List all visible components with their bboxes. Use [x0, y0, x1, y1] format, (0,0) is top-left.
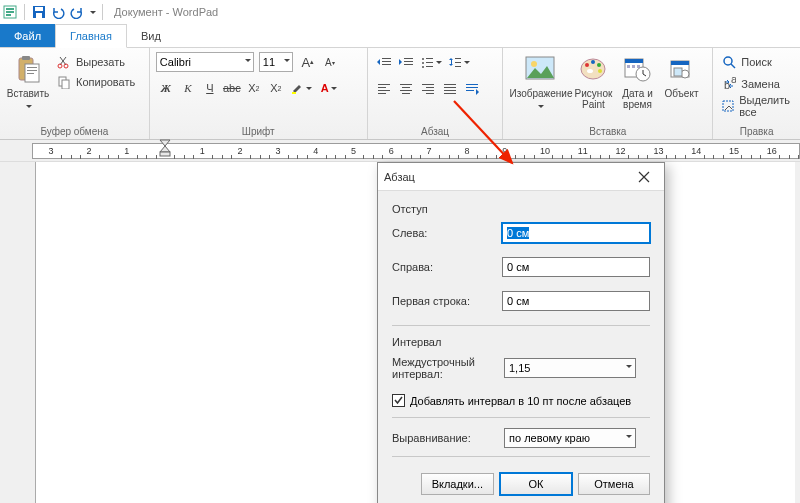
align-justify-button[interactable] — [440, 78, 460, 98]
font-color-button[interactable]: A — [316, 78, 342, 98]
subscript-button[interactable]: X2 — [244, 78, 264, 98]
group-paragraph: Абзац — [368, 48, 504, 139]
tab-view[interactable]: Вид — [127, 24, 175, 47]
svg-rect-3 — [6, 14, 11, 16]
font-name-input[interactable] — [156, 52, 254, 72]
insert-image-button[interactable]: Изображение — [509, 52, 571, 111]
label: Дата и время — [615, 88, 659, 110]
tab-home[interactable]: Главная — [55, 24, 127, 48]
checkbox-icon — [392, 394, 405, 407]
shrink-font-button[interactable]: A▾ — [320, 52, 340, 72]
svg-rect-10 — [27, 67, 37, 68]
chevron-down-icon — [464, 61, 470, 64]
insert-datetime-button[interactable]: Дата и время — [615, 52, 659, 110]
separator — [24, 4, 25, 20]
svg-rect-36 — [378, 90, 390, 91]
redo-icon[interactable] — [69, 4, 85, 20]
svg-rect-40 — [400, 90, 412, 91]
svg-point-60 — [587, 69, 593, 73]
svg-rect-62 — [625, 59, 643, 63]
font-size-input[interactable] — [259, 52, 293, 72]
window-title: Документ - WordPad — [114, 6, 218, 18]
undo-icon[interactable] — [50, 4, 66, 20]
underline-button[interactable]: Ч — [200, 78, 220, 98]
label: Изображение — [509, 88, 571, 99]
italic-button[interactable]: К — [178, 78, 198, 98]
cancel-button[interactable]: Отмена — [578, 473, 650, 495]
close-button[interactable] — [630, 166, 658, 188]
svg-rect-8 — [22, 56, 30, 60]
qat-dropdown-icon[interactable] — [90, 11, 96, 14]
svg-rect-52 — [466, 90, 474, 91]
copy-button[interactable]: Копировать — [54, 72, 137, 92]
svg-rect-19 — [382, 61, 391, 62]
svg-rect-22 — [404, 61, 413, 62]
strike-button[interactable]: abc — [222, 78, 242, 98]
svg-rect-32 — [455, 62, 461, 63]
paragraph-dialog-button[interactable] — [462, 78, 482, 98]
add-space-label: Добавлять интервал в 10 пт после абзацев — [410, 395, 631, 407]
chevron-down-icon — [436, 61, 442, 64]
svg-rect-23 — [404, 64, 413, 65]
save-icon[interactable] — [31, 4, 47, 20]
insert-paint-button[interactable]: Рисунок Paint — [571, 52, 615, 110]
superscript-button[interactable]: X2 — [266, 78, 286, 98]
tabs-button[interactable]: Вкладки... — [421, 473, 494, 495]
svg-point-58 — [597, 63, 601, 67]
left-indent-input[interactable] — [502, 223, 650, 243]
increase-indent-button[interactable] — [396, 52, 416, 72]
paste-button[interactable]: Вставить — [6, 52, 50, 111]
tab-file[interactable]: Файл — [0, 24, 55, 47]
quick-access-toolbar — [2, 4, 106, 20]
bullets-button[interactable] — [418, 52, 444, 72]
label: Отмена — [594, 478, 633, 490]
svg-rect-2 — [6, 11, 14, 13]
font-size-combo[interactable] — [259, 52, 293, 72]
svg-rect-64 — [632, 65, 635, 68]
chevron-down-icon — [26, 105, 32, 108]
alignment-select[interactable]: по левому краю — [504, 428, 636, 448]
line-spacing-button[interactable] — [446, 52, 472, 72]
svg-rect-51 — [466, 87, 478, 88]
selectall-button[interactable]: Выделить все — [719, 96, 794, 116]
svg-rect-44 — [422, 90, 434, 91]
bold-button[interactable]: Ж — [156, 78, 176, 98]
add-space-checkbox[interactable]: Добавлять интервал в 10 пт после абзацев — [392, 394, 650, 407]
svg-rect-41 — [402, 93, 410, 94]
paste-icon — [12, 52, 44, 86]
group-insert: Изображение Рисунок Paint Дата и время О… — [503, 48, 713, 139]
find-button[interactable]: Поиск — [719, 52, 773, 72]
replace-icon: ab — [721, 76, 737, 92]
dialog-titlebar[interactable]: Абзац — [378, 163, 664, 191]
cut-icon — [56, 54, 72, 70]
right-indent-input[interactable] — [502, 257, 650, 277]
svg-rect-37 — [378, 93, 386, 94]
highlight-button[interactable] — [288, 78, 314, 98]
font-name-combo[interactable] — [156, 52, 254, 72]
search-icon — [721, 54, 737, 70]
insert-object-button[interactable]: Объект — [659, 52, 703, 99]
align-right-button[interactable] — [418, 78, 438, 98]
line-spacing-select[interactable]: 1,15 — [504, 358, 636, 378]
indent-marker-icon[interactable] — [158, 138, 172, 160]
replace-button[interactable]: ab Замена — [719, 74, 782, 94]
ok-button[interactable]: ОК — [500, 473, 572, 495]
first-line-input[interactable] — [502, 291, 650, 311]
paragraph-dialog: Абзац Отступ Слева: Справа: Первая строк… — [377, 162, 665, 503]
label: Объект — [659, 88, 703, 99]
group-label: Шрифт — [156, 124, 361, 137]
svg-text:a: a — [731, 77, 736, 85]
group-editing: Поиск ab Замена Выделить все Правка — [713, 48, 800, 139]
align-left-button[interactable] — [374, 78, 394, 98]
ruler[interactable]: 32112345678910111213141516 — [0, 140, 800, 162]
copy-label: Копировать — [76, 76, 135, 88]
cut-button[interactable]: Вырезать — [54, 52, 137, 72]
chevron-down-icon — [306, 87, 312, 90]
align-center-button[interactable] — [396, 78, 416, 98]
cut-label: Вырезать — [76, 56, 125, 68]
decrease-indent-button[interactable] — [374, 52, 394, 72]
first-line-label: Первая строка: — [392, 295, 502, 307]
svg-rect-6 — [36, 13, 42, 18]
document-area: Абзац Отступ Слева: Справа: Первая строк… — [0, 162, 800, 503]
grow-font-button[interactable]: A▴ — [298, 52, 318, 72]
